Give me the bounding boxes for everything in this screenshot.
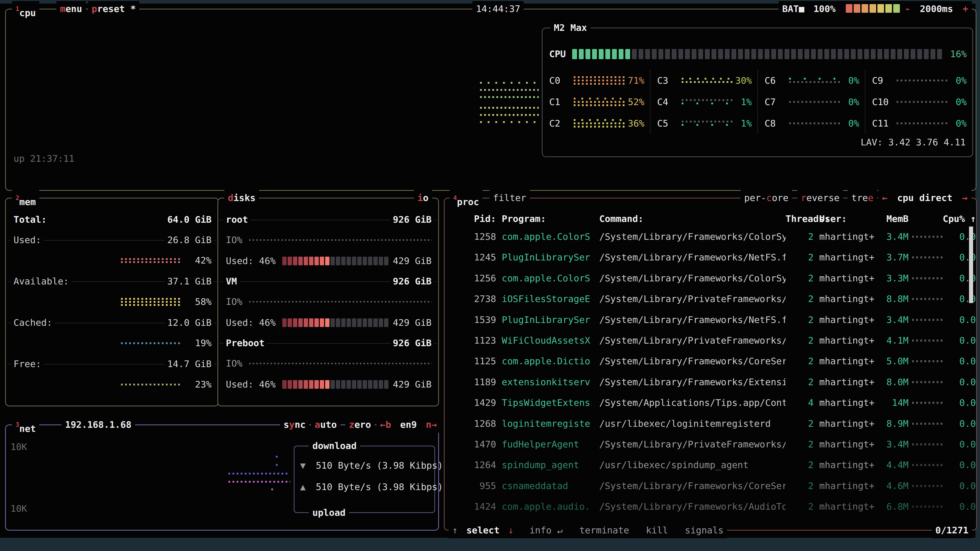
process-program: TipsWidgetExtens <box>502 395 593 410</box>
battery-icon: ■ <box>799 3 804 14</box>
core-usage-graph <box>789 101 840 103</box>
meter-block <box>917 49 922 59</box>
process-threads: 2 <box>786 437 814 451</box>
tree-toggle[interactable]: tree <box>848 190 877 206</box>
process-cpu: 0.0 <box>943 499 976 514</box>
tab-net[interactable]: 3net <box>12 417 39 433</box>
next-interface-button[interactable]: n→ <box>426 419 437 430</box>
mem-entry-label: Available: <box>11 276 72 286</box>
core-row: C51% <box>650 113 757 134</box>
process-mem: 6.8M <box>880 499 908 514</box>
process-row[interactable]: 1189extensionkitserv/System/Library/Fram… <box>451 375 966 389</box>
terminate-button[interactable]: terminate <box>579 525 629 535</box>
meter-block <box>363 318 367 327</box>
process-row[interactable]: 1470fudHelperAgent/System/Library/Privat… <box>451 437 966 451</box>
process-mem-graph <box>912 340 943 341</box>
process-threads: 4 <box>786 395 814 410</box>
mem-entry-label: Cached: <box>11 318 55 328</box>
tab-proc[interactable]: 4proc <box>450 190 483 206</box>
sort-column-header[interactable]: Cpu% ↑ <box>943 212 976 226</box>
meter-block <box>870 4 876 13</box>
meter-block <box>738 49 743 59</box>
info-button[interactable]: info ↵ <box>529 525 563 535</box>
signals-button[interactable]: signals <box>685 525 724 535</box>
battery-percent: 100% <box>813 3 835 14</box>
net-sync-button[interactable]: sync <box>280 417 309 433</box>
process-pid: 1189 <box>451 375 496 389</box>
meter-block <box>778 49 783 59</box>
process-row[interactable]: 1123WiFiCloudAssetsX/System/Library/Priv… <box>451 333 966 348</box>
process-row[interactable]: 1539PlugInLibrarySer/System/Library/Fram… <box>451 313 966 327</box>
reverse-toggle[interactable]: reverse <box>797 190 843 206</box>
net-auto-button[interactable]: auto <box>311 417 340 433</box>
meter-block <box>325 318 329 327</box>
process-row[interactable]: 1245PlugInLibrarySer/System/Library/Fram… <box>451 250 966 265</box>
dot-graph-row <box>276 456 286 457</box>
upload-speed: ▲ 510 Byte/s (3.98 Kibps) <box>300 480 434 494</box>
tab-mem[interactable]: 2mem <box>12 190 39 206</box>
dot-graph-row <box>574 101 625 103</box>
process-row[interactable]: 1424com.apple.audio./System/Library/Fram… <box>451 499 966 514</box>
meter-block <box>304 257 308 265</box>
core-name: C0 <box>549 75 574 86</box>
meter-block <box>288 318 292 327</box>
proc-header-row: Pid: Program: Command: Threads: User: Me… <box>451 212 966 226</box>
process-user: mhartingt+ <box>819 292 880 306</box>
process-threads: 2 <box>786 230 814 244</box>
meter-block <box>336 257 340 265</box>
preset-button[interactable]: preset * <box>88 1 139 17</box>
clock: 14:44:37 <box>473 1 524 17</box>
disk-used-row: Used: 46%429 GiB <box>218 316 438 330</box>
select-down-icon[interactable]: ↓ <box>508 525 514 535</box>
meter-block <box>298 257 303 265</box>
core-row: C70% <box>757 91 865 113</box>
sort-prev-icon[interactable]: ← <box>882 192 888 203</box>
dot-graph-row <box>121 384 181 386</box>
process-row[interactable]: 2738iOSFilesStorageE/System/Library/Priv… <box>451 292 966 306</box>
tab-cpu[interactable]: 1cpu <box>12 1 39 17</box>
process-row[interactable]: 1258com.apple.ColorS/System/Library/Fram… <box>451 230 966 244</box>
select-up-icon[interactable]: ↑ <box>452 525 458 535</box>
meter-block <box>373 257 378 265</box>
core-percent: 36% <box>625 118 650 129</box>
sort-next-icon[interactable]: → <box>962 192 968 203</box>
process-user: mhartingt+ <box>819 354 880 368</box>
mem-entry-value: 26.8 GiB <box>165 233 214 247</box>
meter-block <box>282 318 286 327</box>
per-core-toggle[interactable]: per-core <box>741 190 792 206</box>
process-row[interactable]: 1125com.apple.Dictio/System/Library/Fram… <box>451 354 966 368</box>
net-zero-button[interactable]: zero <box>345 417 375 433</box>
meter-block <box>791 49 796 59</box>
interval-increase-button[interactable]: + <box>963 3 968 14</box>
disk-name: root <box>223 214 251 225</box>
kill-button[interactable]: kill <box>646 525 668 535</box>
process-row[interactable]: 1256com.apple.ColorS/System/Library/Fram… <box>451 271 966 286</box>
meter-block <box>304 318 308 327</box>
prev-interface-button[interactable]: ←b <box>380 419 391 430</box>
core-usage-graph <box>897 101 948 103</box>
menu-button[interactable]: menu <box>56 1 86 17</box>
meter-block <box>314 318 319 327</box>
mem-panel: 2mem Total: 64.0 GiB Used:26.8 GiB42%Ava… <box>5 198 219 407</box>
io-mode-button[interactable]: io <box>414 190 432 206</box>
meter-block <box>331 380 335 389</box>
core-usage-graph <box>574 119 625 127</box>
net-interface-switcher[interactable]: ←b en9 n→ <box>376 417 441 433</box>
scrollbar-thumb[interactable] <box>969 227 973 303</box>
filter-button[interactable]: filter <box>490 190 530 206</box>
process-mem-graph <box>912 464 943 466</box>
disk-io-label: IO% <box>226 233 242 247</box>
meter-block <box>838 49 842 59</box>
core-name: C7 <box>765 97 789 107</box>
core-row: C90% <box>865 70 972 91</box>
meter-block <box>804 49 809 59</box>
process-row[interactable]: 955csnameddatad/System/Library/Framework… <box>451 479 966 493</box>
process-row[interactable]: 1268loginitemregiste/usr/libexec/loginit… <box>451 416 966 431</box>
process-row[interactable]: 1264spindump_agent/usr/libexec/spindump_… <box>451 458 966 472</box>
interval-decrease-button[interactable]: - <box>905 3 910 14</box>
download-arrow-icon: ▼ <box>300 460 306 471</box>
sort-selector[interactable]: ← cpu direct → <box>878 190 971 206</box>
meter-block <box>645 49 650 59</box>
process-pid: 1258 <box>451 230 496 244</box>
process-row[interactable]: 1429TipsWidgetExtens/System/Applications… <box>451 395 966 410</box>
